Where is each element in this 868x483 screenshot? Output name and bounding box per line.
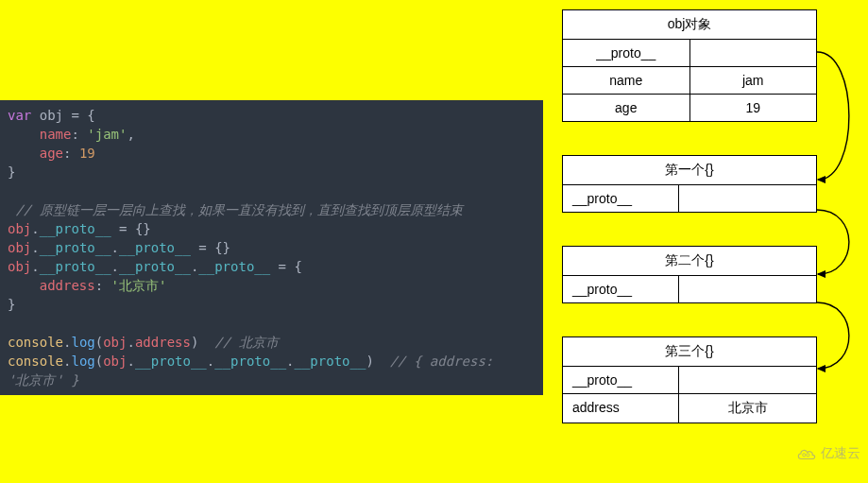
first-box: 第一个{} __proto__	[562, 155, 817, 213]
watermark-text: 亿速云	[821, 445, 860, 462]
table-row: age19	[563, 95, 816, 121]
cloud-icon	[796, 446, 817, 461]
box-title: 第三个{}	[563, 337, 816, 367]
box-title: 第二个{}	[563, 247, 816, 276]
table-row: __proto__	[563, 367, 816, 394]
table-row: address北京市	[563, 394, 816, 423]
code-block: var obj = { name: 'jam', age: 19 } // 原型…	[0, 100, 543, 395]
table-row: __proto__	[563, 40, 816, 67]
third-box: 第三个{} __proto__ address北京市	[562, 336, 817, 423]
svg-point-0	[803, 454, 806, 457]
table-row: __proto__	[563, 185, 816, 212]
table-row: __proto__	[563, 276, 816, 302]
box-title: 第一个{}	[563, 156, 816, 185]
box-title: obj对象	[563, 10, 816, 40]
watermark: 亿速云	[796, 445, 860, 462]
second-box: 第二个{} __proto__	[562, 246, 817, 303]
svg-point-1	[807, 454, 809, 457]
diagram-area: obj对象 __proto__ namejam age19 第一个{} __pr…	[562, 9, 855, 423]
table-row: namejam	[563, 67, 816, 95]
obj-box: obj对象 __proto__ namejam age19	[562, 9, 817, 122]
